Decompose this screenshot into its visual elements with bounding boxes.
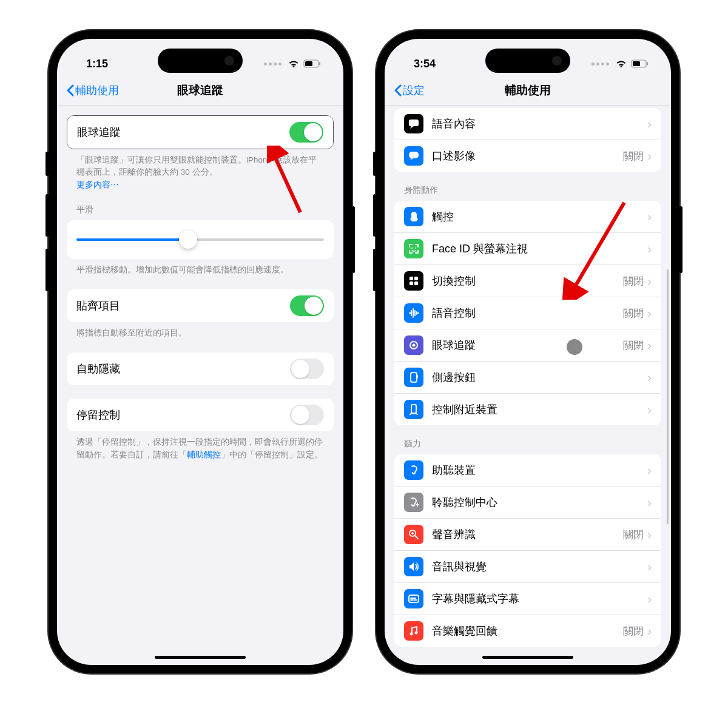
list-item-status: 關閉 [623, 339, 644, 352]
list-item[interactable]: 口述影像關閉› [394, 140, 661, 172]
waveform-icon [404, 303, 423, 323]
dwell-label: 停留控制 [76, 408, 290, 422]
nav-title: 輔助使用 [505, 83, 551, 98]
eye-tracking-toggle-row[interactable]: 眼球追蹤 [67, 116, 333, 149]
ear-icon [404, 460, 423, 480]
svg-rect-19 [411, 405, 416, 413]
smooth-footer: 平滑指標移動。增加此數值可能會降低指標的回應速度。 [57, 259, 343, 276]
nav-bar: 輔助使用 眼球追蹤 [57, 75, 343, 106]
svg-point-22 [410, 633, 413, 636]
captions-icon [404, 589, 423, 608]
wifi-icon [288, 59, 300, 68]
list-item-label: 側邊按鈕 [432, 370, 647, 385]
svg-rect-8 [409, 152, 419, 158]
dwell-toggle[interactable] [290, 405, 324, 425]
hearing-cc-icon [404, 493, 423, 512]
music-haptics-icon [404, 621, 423, 641]
list-item-label: 控制附近裝置 [432, 402, 647, 417]
screen-right: 3:54 設定 輔助使用 語音內容›口述影像關閉› 身體動作 觸控›Face I… [385, 39, 671, 665]
snap-toggle[interactable] [290, 295, 324, 316]
list-item[interactable]: 觸控› [394, 201, 661, 233]
svg-rect-17 [411, 372, 417, 382]
chevron-right-icon: › [647, 403, 652, 417]
chevron-right-icon: › [647, 463, 652, 477]
chevron-right-icon: › [647, 274, 652, 288]
nav-back-label: 輔助使用 [75, 83, 119, 98]
status-time: 3:54 [414, 58, 436, 70]
smooth-slider-row[interactable] [67, 220, 334, 259]
nav-bar: 設定 輔助使用 [385, 75, 671, 106]
svg-rect-14 [414, 281, 418, 285]
body-header: 身體動作 [385, 185, 671, 201]
list-item[interactable]: 音樂觸覺回饋關閉› [394, 615, 661, 647]
list-item-status: 關閉 [623, 624, 644, 638]
eye-tracking-label: 眼球追蹤 [77, 125, 289, 140]
screen-left: 1:15 輔助使用 眼球追蹤 眼球追蹤 [57, 39, 343, 665]
dwell-toggle-row[interactable]: 停留控制 [67, 399, 334, 431]
list-item[interactable]: 聆聽控制中心› [394, 487, 661, 519]
list-item-status: 關閉 [623, 528, 644, 542]
home-indicator [482, 656, 573, 659]
nav-back-button[interactable]: 輔助使用 [66, 83, 119, 98]
pointer-cursor [567, 339, 582, 355]
list-item[interactable]: 控制附近裝置› [394, 394, 661, 425]
chevron-right-icon: › [647, 117, 652, 131]
list-item-label: 字幕與隱藏式字幕 [432, 591, 647, 606]
smooth-slider[interactable] [76, 238, 324, 241]
eye-tracking-toggle[interactable] [289, 122, 323, 143]
list-item-label: Face ID 與螢幕注視 [432, 241, 647, 256]
nav-back-button[interactable]: 設定 [393, 83, 425, 98]
chevron-right-icon: › [647, 306, 652, 320]
autohide-toggle-row[interactable]: 自動隱藏 [67, 352, 334, 385]
list-item[interactable]: 字幕與隱藏式字幕› [394, 583, 661, 615]
more-link[interactable]: 更多內容⋯ [76, 180, 119, 189]
list-item[interactable]: 切換控制關閉› [394, 265, 661, 297]
battery-icon [631, 59, 649, 68]
svg-rect-6 [647, 62, 648, 66]
eye-tracking-highlight: 眼球追蹤 [67, 115, 334, 149]
list-item[interactable]: 側邊按鈕› [394, 362, 661, 394]
assistive-touch-link[interactable]: 輔助觸控 [187, 450, 221, 459]
audio-visual-icon [404, 557, 423, 576]
nearby-icon [404, 400, 423, 419]
list-item[interactable]: 語音內容› [394, 108, 661, 140]
svg-point-23 [415, 632, 418, 635]
home-indicator [155, 656, 246, 659]
dynamic-island [158, 49, 243, 73]
list-item[interactable]: 語音控制關閉› [394, 297, 661, 329]
chevron-right-icon: › [647, 210, 652, 224]
phone-right: 3:54 設定 輔助使用 語音內容›口述影像關閉› 身體動作 觸控›Face I… [376, 30, 679, 673]
content-left: 眼球追蹤 「眼球追蹤」可讓你只用雙眼就能控制裝置。iPhone 應該放在平穩表面… [57, 106, 343, 473]
chevron-left-icon [66, 84, 74, 96]
chevron-right-icon: › [647, 624, 652, 638]
chevron-right-icon: › [647, 560, 652, 574]
list-item-status: 關閉 [623, 149, 644, 163]
svg-rect-2 [319, 62, 320, 66]
list-item[interactable]: 音訊與視覺› [394, 551, 661, 583]
hearing-group: 助聽裝置›聆聽控制中心›聲音辨識關閉›音訊與視覺›字幕與隱藏式字幕›音樂觸覺回饋… [394, 454, 661, 647]
face-id-icon [404, 239, 423, 258]
list-item-label: 語音控制 [432, 306, 623, 320]
chevron-right-icon: › [647, 242, 652, 256]
dynamic-island [485, 49, 570, 73]
list-item-label: 口述影像 [432, 149, 623, 163]
smooth-header: 平滑 [57, 204, 343, 220]
phone-left: 1:15 輔助使用 眼球追蹤 眼球追蹤 [49, 30, 352, 673]
chevron-right-icon: › [647, 339, 652, 352]
snap-toggle-row[interactable]: 貼齊項目 [67, 289, 334, 322]
svg-rect-21 [409, 595, 419, 602]
list-item[interactable]: 聲音辨識關閉› [394, 519, 661, 551]
side-button-icon [404, 368, 423, 387]
nav-back-label: 設定 [403, 83, 425, 98]
content-right[interactable]: 語音內容›口述影像關閉› 身體動作 觸控›Face ID 與螢幕注視›切換控制關… [385, 106, 671, 659]
svg-rect-12 [414, 277, 418, 280]
list-item-label: 眼球追蹤 [432, 338, 623, 352]
sound-recog-icon [404, 525, 423, 544]
list-item[interactable]: 助聽裝置› [394, 454, 661, 487]
autohide-toggle[interactable] [290, 359, 324, 379]
list-item-label: 切換控制 [432, 274, 623, 288]
eye-tracking-footer: 「眼球追蹤」可讓你只用雙眼就能控制裝置。iPhone 應該放在平穩表面上，距離你… [57, 149, 343, 191]
list-item[interactable]: 眼球追蹤關閉› [394, 329, 661, 362]
svg-rect-18 [416, 375, 418, 378]
list-item[interactable]: Face ID 與螢幕注視› [394, 233, 661, 265]
